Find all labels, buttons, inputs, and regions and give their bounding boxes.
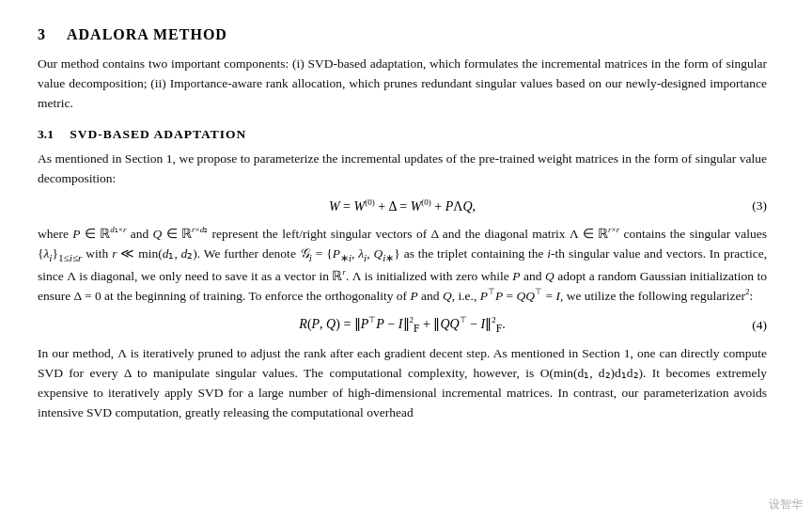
section-3-number: 3 [38,26,46,42]
eq3-content: W = W(0) + Δ = W(0) + PΛQ, [329,199,476,214]
page-container: 3 AdaLoRA Method Our method contains two… [0,0,812,522]
p1-start: As mentioned in Section [38,151,166,166]
subsection-3-1-title: SVD-Based Adaptation [70,127,246,141]
p3-section-ref[interactable]: 1 [624,346,631,360]
subsection-3-1-number: 3.1 [38,127,54,141]
subsection-p3: In our method, Λ is iteratively pruned t… [38,344,767,423]
subsection-p1: As mentioned in Section 1, we propose to… [38,150,767,189]
eq4-number: (4) [752,318,767,333]
subsection-3-1-heading: 3.1 SVD-Based Adaptation [38,127,767,142]
watermark: 设智华 [769,497,803,513]
equation-4: R(P, Q) = ‖P⊤P − I‖2F + ‖QQ⊤ − I‖2F. (4) [38,316,767,335]
section-3-title: AdaLoRA Method [67,26,227,42]
p3-cont: , one can directly compute SVD for every… [38,346,767,419]
intro-paragraph: Our method contains two important compon… [38,55,767,114]
p1-section-ref[interactable]: 1 [166,151,173,166]
equation-3: W = W(0) + Δ = W(0) + PΛQ, (3) [38,198,767,215]
eq4-content: R(P, Q) = ‖P⊤P − I‖2F + ‖QQ⊤ − I‖2F. [299,317,505,331]
section-3-heading: 3 AdaLoRA Method [38,26,767,43]
subsection-p2: where P ∈ ℝd₁×r and Q ∈ ℝr×d₂ represent … [38,224,767,306]
eq3-number: (3) [752,198,767,214]
